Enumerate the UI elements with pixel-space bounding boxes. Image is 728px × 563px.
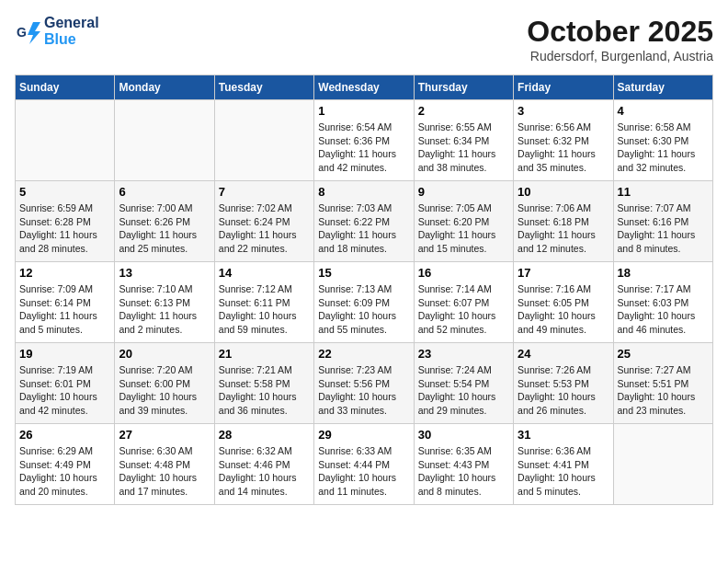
day-info-text: Sunrise: 6:54 AM [318, 121, 409, 134]
title-block: October 2025 Rudersdorf, Burgenland, Aus… [527, 15, 713, 63]
day-info-text: Sunrise: 7:10 AM [119, 282, 210, 296]
month-title: October 2025 [527, 15, 713, 49]
calendar-cell: 13Sunrise: 7:10 AMSunset: 6:13 PMDayligh… [115, 262, 214, 343]
calendar-cell: 19Sunrise: 7:19 AMSunset: 6:01 PMDayligh… [16, 343, 115, 424]
day-info-text: Sunrise: 7:16 AM [518, 282, 609, 296]
day-number: 13 [119, 266, 210, 280]
calendar-week-row: 26Sunrise: 6:29 AMSunset: 4:49 PMDayligh… [16, 424, 713, 505]
calendar-cell: 23Sunrise: 7:24 AMSunset: 5:54 PMDayligh… [414, 343, 513, 424]
calendar-body: 1Sunrise: 6:54 AMSunset: 6:36 PMDaylight… [16, 100, 713, 505]
day-info-text: Daylight: 10 hours and 46 minutes. [618, 309, 709, 336]
day-info-text: Sunset: 5:56 PM [318, 377, 409, 391]
day-info-text: Sunset: 6:14 PM [19, 296, 110, 310]
day-info-text: Daylight: 11 hours and 22 minutes. [219, 228, 310, 255]
calendar-table: SundayMondayTuesdayWednesdayThursdayFrid… [15, 75, 713, 505]
day-info-text: Sunset: 6:16 PM [618, 215, 709, 229]
calendar-week-row: 19Sunrise: 7:19 AMSunset: 6:01 PMDayligh… [16, 343, 713, 424]
day-info-text: Sunrise: 7:21 AM [219, 363, 310, 377]
day-info-text: Sunrise: 7:17 AM [618, 282, 709, 296]
calendar-cell: 30Sunrise: 6:35 AMSunset: 4:43 PMDayligh… [414, 424, 513, 505]
logo-blue: Blue [44, 31, 99, 48]
calendar-cell: 1Sunrise: 6:54 AMSunset: 6:36 PMDaylight… [314, 100, 414, 181]
day-info-text: Sunrise: 7:23 AM [318, 363, 409, 377]
day-info-text: Daylight: 10 hours and 29 minutes. [418, 390, 509, 417]
calendar-cell: 10Sunrise: 7:06 AMSunset: 6:18 PMDayligh… [514, 181, 613, 262]
calendar-cell [613, 424, 712, 505]
day-info-text: Daylight: 10 hours and 26 minutes. [518, 390, 609, 417]
day-info-text: Daylight: 10 hours and 23 minutes. [618, 390, 709, 417]
day-number: 14 [219, 266, 310, 280]
calendar-week-row: 5Sunrise: 6:59 AMSunset: 6:28 PMDaylight… [16, 181, 713, 262]
day-info-text: Sunrise: 6:33 AM [318, 444, 409, 458]
day-info-text: Sunset: 4:49 PM [19, 458, 110, 472]
day-info-text: Sunrise: 7:20 AM [119, 363, 210, 377]
svg-marker-1 [28, 22, 40, 44]
day-info-text: Sunset: 4:44 PM [318, 458, 409, 472]
day-info-text: Daylight: 11 hours and 18 minutes. [318, 228, 409, 255]
day-info-text: Sunset: 5:58 PM [219, 377, 310, 391]
day-info-text: Sunset: 6:24 PM [219, 215, 310, 229]
day-number: 17 [518, 266, 609, 280]
day-info-text: Sunset: 6:26 PM [119, 215, 210, 229]
day-info-text: Daylight: 10 hours and 52 minutes. [418, 309, 509, 336]
day-info-text: Daylight: 11 hours and 15 minutes. [418, 228, 509, 255]
calendar-cell: 16Sunrise: 7:14 AMSunset: 6:07 PMDayligh… [414, 262, 513, 343]
day-info-text: Sunset: 6:09 PM [318, 296, 409, 310]
day-info-text: Daylight: 11 hours and 12 minutes. [518, 228, 609, 255]
day-info-text: Sunset: 6:18 PM [518, 215, 609, 229]
calendar-cell: 28Sunrise: 6:32 AMSunset: 4:46 PMDayligh… [214, 424, 313, 505]
calendar-cell: 27Sunrise: 6:30 AMSunset: 4:48 PMDayligh… [115, 424, 214, 505]
calendar-cell: 9Sunrise: 7:05 AMSunset: 6:20 PMDaylight… [414, 181, 513, 262]
day-info-text: Daylight: 11 hours and 2 minutes. [119, 309, 210, 336]
day-number: 29 [318, 428, 409, 442]
day-number: 8 [318, 185, 409, 199]
calendar-cell: 14Sunrise: 7:12 AMSunset: 6:11 PMDayligh… [214, 262, 313, 343]
day-number: 11 [618, 185, 709, 199]
day-number: 5 [19, 185, 110, 199]
page-header: G General Blue October 2025 Rudersdorf, … [15, 15, 713, 63]
day-number: 21 [219, 347, 310, 361]
day-info-text: Daylight: 10 hours and 36 minutes. [219, 390, 310, 417]
day-info-text: Sunrise: 7:14 AM [418, 282, 509, 296]
day-info-text: Daylight: 11 hours and 5 minutes. [19, 309, 110, 336]
day-info-text: Sunrise: 6:32 AM [219, 444, 310, 458]
day-info-text: Sunset: 6:13 PM [119, 296, 210, 310]
day-info-text: Sunrise: 7:13 AM [318, 282, 409, 296]
day-info-text: Sunrise: 7:00 AM [119, 201, 210, 215]
day-of-week-header: Thursday [414, 75, 513, 100]
calendar-cell: 2Sunrise: 6:55 AMSunset: 6:34 PMDaylight… [414, 100, 513, 181]
calendar-cell: 15Sunrise: 7:13 AMSunset: 6:09 PMDayligh… [314, 262, 414, 343]
day-number: 28 [219, 428, 310, 442]
logo: G General Blue [15, 15, 99, 48]
day-info-text: Sunset: 6:11 PM [219, 296, 310, 310]
day-info-text: Sunrise: 7:03 AM [318, 201, 409, 215]
day-info-text: Daylight: 10 hours and 55 minutes. [318, 309, 409, 336]
day-of-week-header: Tuesday [214, 75, 313, 100]
day-info-text: Daylight: 11 hours and 32 minutes. [618, 147, 709, 174]
day-info-text: Sunset: 6:03 PM [618, 296, 709, 310]
day-of-week-header: Friday [514, 75, 613, 100]
day-info-text: Sunset: 6:00 PM [119, 377, 210, 391]
calendar-cell: 31Sunrise: 6:36 AMSunset: 4:41 PMDayligh… [514, 424, 613, 505]
day-info-text: Sunrise: 6:29 AM [19, 444, 110, 458]
day-info-text: Sunrise: 7:26 AM [518, 363, 609, 377]
calendar-cell: 25Sunrise: 7:27 AMSunset: 5:51 PMDayligh… [613, 343, 712, 424]
day-number: 24 [518, 347, 609, 361]
day-number: 19 [19, 347, 110, 361]
day-info-text: Daylight: 10 hours and 20 minutes. [19, 471, 110, 498]
calendar-cell [214, 100, 313, 181]
day-info-text: Daylight: 10 hours and 42 minutes. [19, 390, 110, 417]
calendar-cell [16, 100, 115, 181]
day-number: 15 [318, 266, 409, 280]
day-info-text: Sunrise: 6:58 AM [618, 121, 709, 134]
calendar-cell: 5Sunrise: 6:59 AMSunset: 6:28 PMDaylight… [16, 181, 115, 262]
calendar-cell: 4Sunrise: 6:58 AMSunset: 6:30 PMDaylight… [613, 100, 712, 181]
day-number: 31 [518, 428, 609, 442]
day-info-text: Sunset: 6:07 PM [418, 296, 509, 310]
day-info-text: Sunrise: 7:07 AM [618, 201, 709, 215]
day-info-text: Sunrise: 6:36 AM [518, 444, 609, 458]
day-number: 18 [618, 266, 709, 280]
day-number: 20 [119, 347, 210, 361]
day-number: 27 [119, 428, 210, 442]
day-number: 2 [418, 104, 509, 118]
